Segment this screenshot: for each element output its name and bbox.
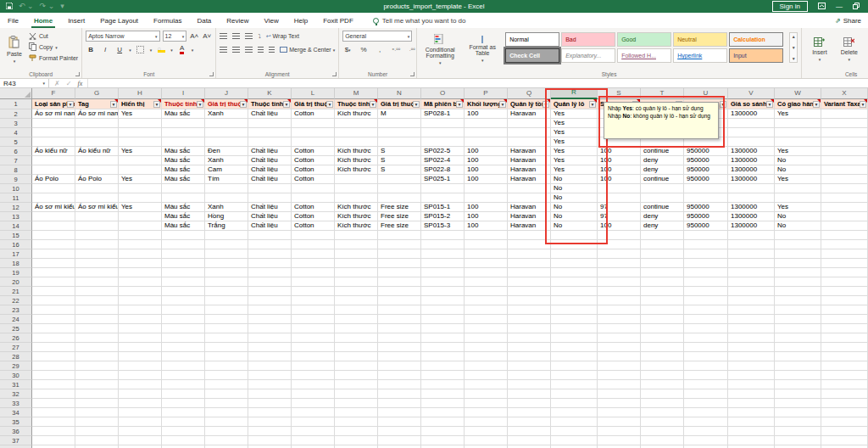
row-header-8[interactable]: 8 — [0, 165, 32, 175]
cell-L10[interactable] — [292, 184, 335, 193]
cell-N7[interactable]: S — [378, 156, 421, 165]
cell-G5[interactable] — [75, 137, 119, 147]
cell-T11[interactable] — [641, 193, 684, 203]
cell-P12[interactable]: 100 — [465, 203, 508, 212]
cell-T22[interactable] — [641, 296, 684, 305]
cell-O28[interactable] — [421, 352, 465, 361]
cell-Q11[interactable] — [508, 193, 551, 203]
cell-Q3[interactable] — [508, 119, 551, 128]
cell-X23[interactable] — [821, 305, 868, 315]
cell-L3[interactable] — [292, 119, 335, 128]
cell-F36[interactable] — [32, 427, 75, 436]
cell-P7[interactable]: 100 — [465, 156, 508, 165]
cell-W20[interactable] — [775, 277, 821, 287]
cell-N10[interactable] — [378, 184, 421, 193]
cell-R31[interactable] — [551, 380, 598, 389]
cell-L21[interactable] — [292, 287, 335, 296]
column-header-W[interactable]: W — [775, 88, 821, 99]
cell-H33[interactable] — [119, 399, 162, 408]
cell-L9[interactable]: Cotton — [292, 175, 335, 184]
enter-icon[interactable]: ✓ — [66, 80, 72, 87]
cell-R6[interactable]: Yes — [551, 147, 598, 156]
cell-N9[interactable] — [378, 175, 421, 184]
cell-K26[interactable] — [248, 333, 292, 343]
cell-G24[interactable] — [75, 315, 119, 324]
cell-K22[interactable] — [248, 296, 292, 305]
cell-M19[interactable] — [335, 268, 378, 277]
cell-X3[interactable] — [821, 119, 868, 128]
cell-F19[interactable] — [32, 268, 75, 277]
cell-Q22[interactable] — [508, 296, 551, 305]
cell-G23[interactable] — [75, 305, 119, 315]
cell-W19[interactable] — [775, 268, 821, 277]
cell-O24[interactable] — [421, 315, 465, 324]
cell-L28[interactable] — [292, 352, 335, 361]
cell-G37[interactable] — [75, 436, 119, 445]
style-normal[interactable]: Normal — [505, 32, 559, 47]
cell-S24[interactable] — [598, 315, 641, 324]
filter-dropdown-icon[interactable]: ▼ — [720, 101, 726, 108]
cell-T32[interactable] — [641, 389, 684, 399]
cell-Q26[interactable] — [508, 333, 551, 343]
clipboard-dialog-launcher-icon[interactable] — [75, 72, 80, 76]
cell-O31[interactable] — [421, 380, 465, 389]
cell-S9[interactable]: 100 — [598, 175, 641, 184]
cell-R32[interactable] — [551, 389, 598, 399]
cell-W21[interactable] — [775, 287, 821, 296]
cell-U34[interactable] — [684, 408, 728, 417]
name-box[interactable]: R43 ▾ — [0, 79, 49, 87]
cell-K6[interactable]: Chất liệu — [248, 147, 292, 156]
cell-F16[interactable] — [32, 240, 75, 249]
row-header-10[interactable]: 10 — [0, 184, 32, 193]
cell-V37[interactable] — [728, 436, 775, 445]
cell-T23[interactable] — [641, 305, 684, 315]
delete-cells-button[interactable]: Delete ▾ — [837, 31, 861, 68]
cell-P34[interactable] — [465, 408, 508, 417]
cell-X35[interactable] — [821, 417, 868, 427]
cell-N20[interactable] — [378, 277, 421, 287]
cell-K31[interactable] — [248, 380, 292, 389]
accounting-format-icon[interactable]: $ ▾ — [342, 45, 353, 55]
cell-V27[interactable] — [728, 343, 775, 352]
cell-N8[interactable]: S — [378, 165, 421, 175]
cell-U21[interactable] — [684, 287, 728, 296]
cell-U26[interactable] — [684, 333, 728, 343]
cell-F28[interactable] — [32, 352, 75, 361]
cell-R10[interactable]: No — [551, 184, 598, 193]
column-header-J[interactable]: J — [205, 88, 248, 99]
cell-R37[interactable] — [551, 436, 598, 445]
row-header-6[interactable]: 6 — [0, 147, 32, 156]
cell-P35[interactable] — [465, 417, 508, 427]
cell-W1[interactable]: Có giao hàn▼ — [775, 99, 821, 109]
minimize-button[interactable]: — — [836, 3, 843, 10]
number-format-select[interactable]: General▾ — [342, 31, 412, 42]
cell-X1[interactable]: Variant Taxa▼ — [821, 99, 868, 109]
cell-G22[interactable] — [75, 296, 119, 305]
column-header-M[interactable]: M — [335, 88, 378, 99]
cell-S20[interactable] — [598, 277, 641, 287]
cell-L27[interactable] — [292, 343, 335, 352]
cell-N37[interactable] — [378, 436, 421, 445]
cell-Q21[interactable] — [508, 287, 551, 296]
cell-N33[interactable] — [378, 399, 421, 408]
cell-X7[interactable] — [821, 156, 868, 165]
cell-V17[interactable] — [728, 249, 775, 259]
cell-U22[interactable] — [684, 296, 728, 305]
cell-L25[interactable] — [292, 324, 335, 333]
cell-F20[interactable] — [32, 277, 75, 287]
cell-I37[interactable] — [162, 436, 205, 445]
column-header-V[interactable]: V — [728, 88, 775, 99]
cell-Q15[interactable] — [508, 231, 551, 240]
cell-S7[interactable]: 100 — [598, 156, 641, 165]
cell-U24[interactable] — [684, 315, 728, 324]
cell-K35[interactable] — [248, 417, 292, 427]
cell-H27[interactable] — [119, 343, 162, 352]
cell-P15[interactable] — [465, 231, 508, 240]
cell-G8[interactable] — [75, 165, 119, 175]
cell-K25[interactable] — [248, 324, 292, 333]
cell-M18[interactable] — [335, 259, 378, 268]
cell-K5[interactable] — [248, 137, 292, 147]
cell-M21[interactable] — [335, 287, 378, 296]
cell-X15[interactable] — [821, 231, 868, 240]
cell-U9[interactable]: 950000 — [684, 175, 728, 184]
